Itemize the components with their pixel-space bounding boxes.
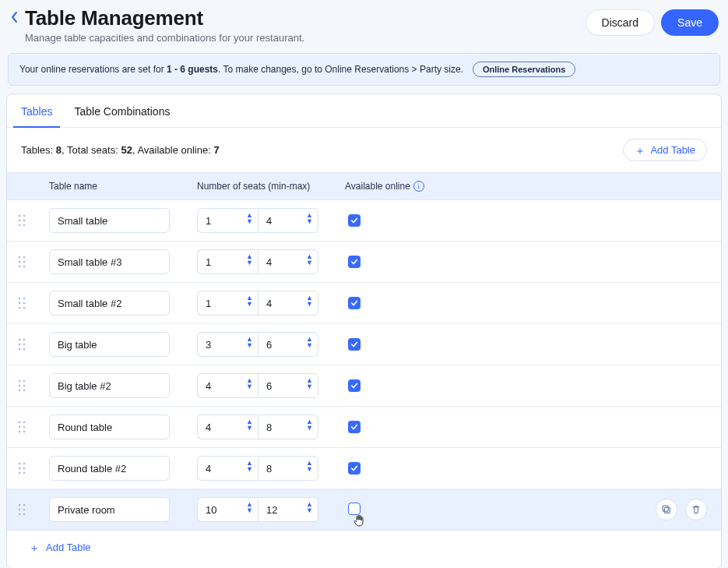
add-table-link[interactable]: ＋ Add Table <box>29 542 91 553</box>
svg-point-9 <box>23 261 26 263</box>
stepper-down-icon[interactable]: ▼ <box>306 383 313 390</box>
svg-point-12 <box>19 298 21 300</box>
stepper-down-icon[interactable]: ▼ <box>306 218 313 224</box>
drag-handle-icon[interactable] <box>18 214 41 227</box>
svg-point-8 <box>19 261 21 263</box>
svg-point-0 <box>19 215 21 217</box>
table-row: ▲▼▲▼ <box>7 365 721 407</box>
table-name-input[interactable] <box>49 456 170 481</box>
table-name-input[interactable] <box>49 291 170 316</box>
table-row: ▲▼▲▼ <box>7 242 721 283</box>
svg-point-40 <box>19 472 21 475</box>
svg-point-26 <box>19 385 21 387</box>
stepper-down-icon[interactable]: ▼ <box>306 301 313 307</box>
table-name-input[interactable] <box>49 208 170 233</box>
svg-point-23 <box>23 348 26 351</box>
stepper-down-icon[interactable]: ▼ <box>246 466 253 472</box>
plus-icon: ＋ <box>635 145 645 156</box>
tab-combinations[interactable]: Table Combinations <box>72 94 171 127</box>
available-online-checkbox[interactable] <box>348 379 360 392</box>
stepper-down-icon[interactable]: ▼ <box>246 342 253 348</box>
stepper-down-icon[interactable]: ▼ <box>306 466 313 472</box>
table-row: ▲▼▲▼ <box>7 324 721 365</box>
available-online-checkbox[interactable] <box>348 256 360 268</box>
drag-handle-icon[interactable] <box>18 503 41 516</box>
stepper-down-icon[interactable]: ▼ <box>246 218 253 224</box>
available-online-checkbox[interactable] <box>348 503 360 515</box>
drag-handle-icon[interactable] <box>18 256 41 268</box>
svg-point-43 <box>23 504 26 506</box>
svg-point-45 <box>23 509 26 511</box>
save-button[interactable]: Save <box>661 9 719 36</box>
svg-point-37 <box>23 463 26 465</box>
table-name-input[interactable] <box>49 249 170 274</box>
page-title: Table Management <box>25 6 586 30</box>
svg-point-11 <box>23 266 26 268</box>
stepper-down-icon[interactable]: ▼ <box>306 259 313 266</box>
svg-point-44 <box>19 509 21 511</box>
svg-point-25 <box>23 380 26 383</box>
back-button[interactable] <box>9 6 25 26</box>
svg-point-35 <box>23 431 26 433</box>
delete-button[interactable] <box>685 499 707 520</box>
svg-point-2 <box>19 220 21 222</box>
stepper-down-icon[interactable]: ▼ <box>246 259 253 266</box>
available-online-checkbox[interactable] <box>348 421 360 433</box>
svg-rect-49 <box>663 506 668 511</box>
svg-point-39 <box>23 467 26 470</box>
stepper-down-icon[interactable]: ▼ <box>246 425 253 431</box>
available-online-checkbox[interactable] <box>348 297 360 309</box>
drag-handle-icon[interactable] <box>18 421 41 433</box>
cursor-icon <box>353 513 365 530</box>
svg-point-3 <box>23 220 26 222</box>
stats-text: Tables: 8, Total seats: 52, Available on… <box>21 144 220 156</box>
table-name-input[interactable] <box>49 497 170 522</box>
table-name-input[interactable] <box>49 332 170 357</box>
available-online-checkbox[interactable] <box>348 214 360 227</box>
tabs: Tables Table Combinations <box>7 94 721 128</box>
stepper-down-icon[interactable]: ▼ <box>246 383 253 390</box>
info-icon[interactable]: i <box>413 181 424 192</box>
stepper-down-icon[interactable]: ▼ <box>246 301 253 307</box>
drag-handle-icon[interactable] <box>18 379 41 392</box>
svg-point-5 <box>23 224 26 227</box>
table-name-input[interactable] <box>49 373 170 398</box>
column-header-name: Table name <box>49 181 197 192</box>
stepper-down-icon[interactable]: ▼ <box>306 342 313 348</box>
discard-button[interactable]: Discard <box>586 9 655 36</box>
svg-point-27 <box>23 385 26 387</box>
svg-point-46 <box>19 513 21 516</box>
table-row: ▲▼▲▼ <box>7 448 721 489</box>
svg-point-30 <box>19 422 21 424</box>
svg-point-29 <box>23 390 26 392</box>
column-header-online: Available online i <box>345 181 710 192</box>
svg-point-32 <box>19 426 21 429</box>
svg-point-21 <box>23 344 26 346</box>
drag-handle-icon[interactable] <box>18 462 41 475</box>
drag-handle-icon[interactable] <box>18 297 41 309</box>
svg-point-20 <box>19 344 21 346</box>
svg-point-42 <box>19 504 21 506</box>
svg-point-13 <box>23 298 26 300</box>
duplicate-button[interactable] <box>656 499 677 520</box>
svg-point-47 <box>23 513 26 516</box>
table-name-input[interactable] <box>49 415 170 439</box>
svg-point-19 <box>23 339 26 341</box>
svg-point-17 <box>23 307 26 309</box>
tab-tables[interactable]: Tables <box>19 94 54 127</box>
available-online-checkbox[interactable] <box>348 462 360 475</box>
banner-text: Your online reservations are set for 1 -… <box>19 64 463 75</box>
stepper-down-icon[interactable]: ▼ <box>306 507 313 513</box>
info-banner: Your online reservations are set for 1 -… <box>8 53 720 86</box>
available-online-checkbox[interactable] <box>348 338 360 351</box>
stepper-down-icon[interactable]: ▼ <box>246 507 253 513</box>
drag-handle-icon[interactable] <box>18 338 41 351</box>
add-table-button[interactable]: ＋ Add Table <box>623 139 707 161</box>
svg-point-38 <box>19 467 21 470</box>
svg-point-36 <box>19 463 21 465</box>
online-reservations-link[interactable]: Online Reservations <box>473 62 575 77</box>
stepper-down-icon[interactable]: ▼ <box>306 425 313 431</box>
table-row: ▲▼▲▼ <box>7 283 721 324</box>
svg-rect-48 <box>664 507 670 513</box>
svg-point-1 <box>23 215 26 217</box>
